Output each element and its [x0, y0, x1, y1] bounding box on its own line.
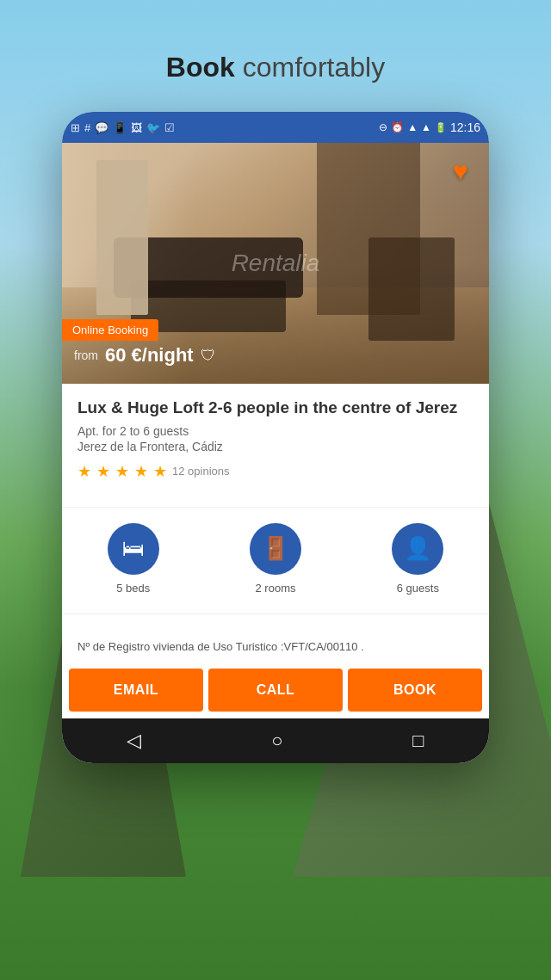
status-bar: ⊞ # 💬 📱 🖼 🐦 ☑ ⊖ ⏰ ▲ ▲ 🔋 12:16: [62, 112, 489, 143]
status-icon-7: ☑: [164, 121, 175, 134]
amenity-beds: 🛏 5 beds: [108, 523, 159, 595]
registration-info: Nº de Registro vivienda de Uso Turistico…: [62, 626, 489, 666]
amenity-guests-circle: 👤: [392, 523, 443, 575]
registration-text: Nº de Registro vivienda de Uso Turistico…: [77, 640, 364, 653]
amenity-rooms-label: 2 rooms: [256, 582, 296, 595]
guests-icon: 👤: [404, 535, 431, 562]
status-icon-battery: 🔋: [435, 122, 447, 133]
property-type: Apt. for 2 to 6 guests: [77, 424, 474, 438]
back-nav-icon[interactable]: ◁: [127, 730, 141, 752]
status-icon-4: 📱: [113, 121, 127, 134]
status-icon-1: ⊞: [71, 121, 80, 134]
title-light: comfortably: [235, 52, 385, 83]
rooms-icon: 🚪: [262, 535, 289, 562]
phone-mockup: ⊞ # 💬 📱 🖼 🐦 ☑ ⊖ ⏰ ▲ ▲ 🔋 12:16: [62, 112, 489, 763]
property-details: Lux & Huge Loft 2-6 people in the centre…: [62, 384, 489, 500]
star-5-half: ★: [153, 462, 167, 481]
status-right: ⊖ ⏰ ▲ ▲ 🔋 12:16: [379, 120, 480, 134]
status-icon-6: 🐦: [146, 121, 160, 134]
status-icon-signal: ▲: [421, 121, 431, 133]
price-tag: from 60 €/night 🛡: [62, 339, 228, 372]
heart-icon: ♥: [453, 157, 468, 186]
amenity-rooms-circle: 🚪: [250, 523, 301, 575]
price-amount: 60 €/night: [105, 344, 194, 367]
amenity-rooms: 🚪 2 rooms: [250, 523, 301, 595]
star-2: ★: [96, 462, 110, 481]
recents-nav-icon[interactable]: □: [412, 730, 424, 752]
star-1: ★: [77, 462, 91, 481]
status-time: 12:16: [450, 120, 480, 134]
email-button[interactable]: EMAIL: [69, 669, 203, 712]
status-icon-5: 🖼: [131, 121, 142, 134]
star-3: ★: [115, 462, 129, 481]
curtain: [317, 143, 420, 315]
nav-bar: ◁ ○ □: [62, 718, 489, 763]
status-icon-minus: ⊖: [379, 121, 387, 133]
amenities-row: 🛏 5 beds 🚪 2 rooms 👤 6 guests: [62, 520, 489, 607]
favorite-button[interactable]: ♥: [444, 155, 477, 188]
amenity-beds-label: 5 beds: [116, 582, 150, 595]
title-bold: Book: [166, 52, 235, 83]
amenity-beds-circle: 🛏: [108, 523, 159, 575]
amenity-guests: 👤 6 guests: [392, 523, 443, 595]
action-buttons: EMAIL CALL BOOK: [62, 665, 489, 718]
star-4: ★: [134, 462, 148, 481]
price-from-label: from: [74, 348, 98, 362]
amenity-guests-label: 6 guests: [397, 582, 439, 595]
beds-icon: 🛏: [122, 535, 145, 562]
divider-2: [62, 613, 489, 614]
property-title: Lux & Huge Loft 2-6 people in the centre…: [77, 398, 474, 419]
online-booking-badge: Online Booking: [62, 319, 158, 341]
home-nav-icon[interactable]: ○: [271, 730, 282, 752]
status-icon-wifi: ▲: [407, 121, 418, 133]
divider-1: [62, 507, 489, 508]
property-image-container: Rentalia ♥ Online Booking from 60 €/nigh…: [62, 143, 489, 384]
stars-row: ★ ★ ★ ★ ★ 12 opinions: [77, 462, 474, 481]
status-icons-left: ⊞ # 💬 📱 🖼 🐦 ☑: [71, 121, 175, 134]
shield-icon: 🛡: [201, 347, 216, 365]
status-icon-2: #: [84, 121, 90, 134]
book-button[interactable]: BOOK: [348, 669, 482, 712]
call-button[interactable]: CALL: [208, 669, 343, 712]
property-location: Jerez de la Frontera, Cádiz: [77, 440, 474, 453]
opinions-count: 12 opinions: [172, 465, 230, 478]
page-title: Book comfortably: [0, 52, 551, 83]
status-icon-3: 💬: [95, 121, 108, 134]
status-icon-alarm: ⏰: [391, 121, 404, 133]
interior-column: [96, 160, 148, 315]
